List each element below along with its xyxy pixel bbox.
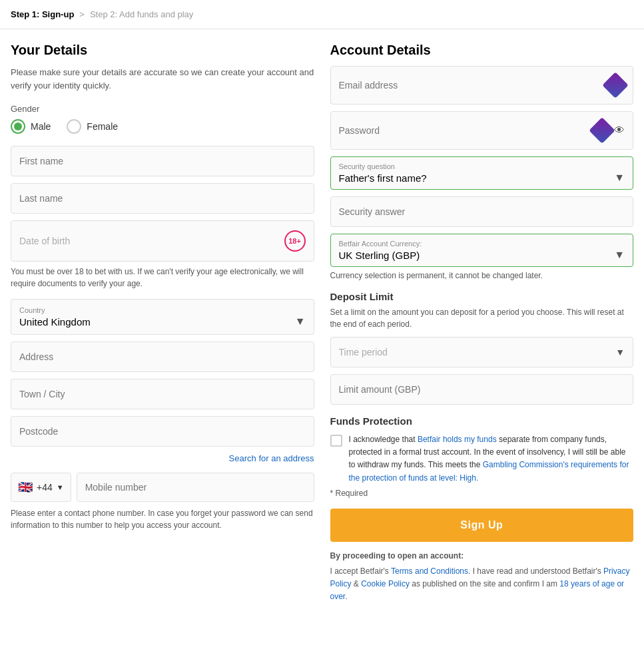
security-question-value: Father's first name? [339,172,427,184]
gender-options: Male Female [11,119,314,134]
first-name-input[interactable] [19,156,306,166]
male-label: Male [31,121,51,132]
security-question-chevron-icon: ▼ [614,172,625,184]
female-radio[interactable] [67,119,81,134]
main-content: Your Details Please make sure your detai… [0,29,644,617]
gender-label: Gender [11,104,314,114]
phone-prefix-selector[interactable]: 🇬🇧 +44 ▼ [11,473,71,502]
search-address-link[interactable]: Search for an address [11,453,314,463]
top-nav: Step 1: Sign-up > Step 2: Add funds and … [0,0,644,29]
currency-select[interactable]: Betfair Account Currency: UK Sterling (G… [330,234,634,267]
password-field[interactable]: 👁 [330,111,634,150]
postcode-input[interactable] [19,426,306,437]
female-label: Female [87,121,118,132]
time-period-placeholder: Time period [339,347,388,357]
mobile-input[interactable] [77,473,314,502]
email-input[interactable] [339,80,607,91]
required-note: * Required [330,489,634,498]
footer-terms: I accept Betfair's Terms and Conditions.… [330,565,634,604]
currency-label: Betfair Account Currency: [339,240,625,248]
male-radio-inner [14,122,22,130]
step1-label: Step 1: Sign-up [11,9,74,19]
signup-button[interactable]: Sign Up [330,509,634,542]
last-name-field[interactable] [11,183,314,214]
male-option[interactable]: Male [11,119,51,134]
deposit-limit-desc: Set a limit on the amount you can deposi… [330,306,634,330]
footer-link1[interactable]: Terms and Conditions [391,566,468,576]
security-question-select[interactable]: Security question Father's first name? ▼ [330,156,634,190]
phone-row: 🇬🇧 +44 ▼ [11,473,314,502]
security-question-label: Security question [339,162,625,170]
currency-note: Currency selection is permanent, it cann… [330,271,634,280]
country-select[interactable]: Country United Kingdom ▼ [11,299,314,335]
funds-protection-checkbox[interactable] [330,435,342,447]
security-question-row: Father's first name? ▼ [339,172,625,184]
your-details-description: Please make sure your details are accura… [11,66,314,92]
right-column: Account Details 👁 Security question Fath… [330,43,634,604]
email-diamond-icon [602,72,629,99]
password-input[interactable] [339,125,593,136]
footer-text: By proceeding to open an account: I acce… [330,550,634,604]
step2-label: Step 2: Add funds and play [90,9,193,19]
funds-protection-text: I acknowledge that Betfair holds my fund… [349,433,634,485]
footer-text-2: . I have read and understood Betfair's [468,566,603,576]
account-details-title: Account Details [330,43,634,58]
security-answer-field[interactable] [330,196,634,227]
footer-text-1: I accept Betfair's [330,566,391,576]
funds-protection-row: I acknowledge that Betfair holds my fund… [330,433,634,485]
postcode-field[interactable] [11,416,314,447]
funds-text-1: I acknowledge that [349,435,418,444]
password-icons: 👁 [593,121,625,140]
town-city-input[interactable] [19,389,306,399]
last-name-input[interactable] [19,193,306,204]
funds-protection-title: Funds Protection [330,415,634,427]
phone-prefix-chevron-icon: ▼ [57,483,64,491]
uk-flag-icon: 🇬🇧 [18,480,33,495]
phone-note: Please enter a contact phone number. In … [11,507,314,531]
age-note: You must be over 18 to bet with us. If w… [11,266,314,290]
funds-link1[interactable]: Betfair holds my funds [418,435,497,444]
female-option[interactable]: Female [67,119,118,134]
country-select-row: United Kingdom ▼ [19,316,306,328]
deposit-limit-title: Deposit Limit [330,291,634,302]
footer-text-5: . [345,592,347,601]
dob-field[interactable]: Date of birth 18+ [11,220,314,262]
town-city-field[interactable] [11,379,314,409]
footer-text-4: as published on the site and confirm I a… [410,579,559,588]
address-input[interactable] [19,351,306,362]
email-field[interactable] [330,66,634,105]
footer-text-3: & [352,579,362,588]
country-chevron-icon: ▼ [295,316,306,328]
password-diamond-icon [589,117,615,144]
footer-bold: By proceeding to open an account: [330,550,634,562]
age-badge: 18+ [284,230,306,252]
currency-value: UK Sterling (GBP) [339,250,420,261]
left-column: Your Details Please make sure your detai… [11,43,314,604]
limit-amount-field[interactable] [330,374,634,405]
step-separator: > [79,9,85,19]
security-answer-input[interactable] [339,206,625,217]
first-name-field[interactable] [11,146,314,176]
country-label: Country [19,306,306,314]
dob-placeholder: Date of birth [19,236,70,246]
funds-protection-section: Funds Protection I acknowledge that Betf… [330,415,634,498]
password-eye-icon[interactable]: 👁 [614,124,625,136]
address-field[interactable] [11,341,314,372]
time-period-select[interactable]: Time period ▼ [330,337,634,367]
phone-prefix-value: +44 [37,482,53,493]
country-value: United Kingdom [19,316,91,328]
currency-chevron-icon: ▼ [614,249,625,261]
male-radio[interactable] [11,119,25,134]
time-period-chevron-icon: ▼ [615,347,625,357]
your-details-title: Your Details [11,43,314,58]
currency-row: UK Sterling (GBP) ▼ [339,249,625,261]
footer-link3[interactable]: Cookie Policy [361,579,410,588]
limit-amount-input[interactable] [339,384,625,395]
deposit-limit-section: Deposit Limit Set a limit on the amount … [330,291,634,405]
